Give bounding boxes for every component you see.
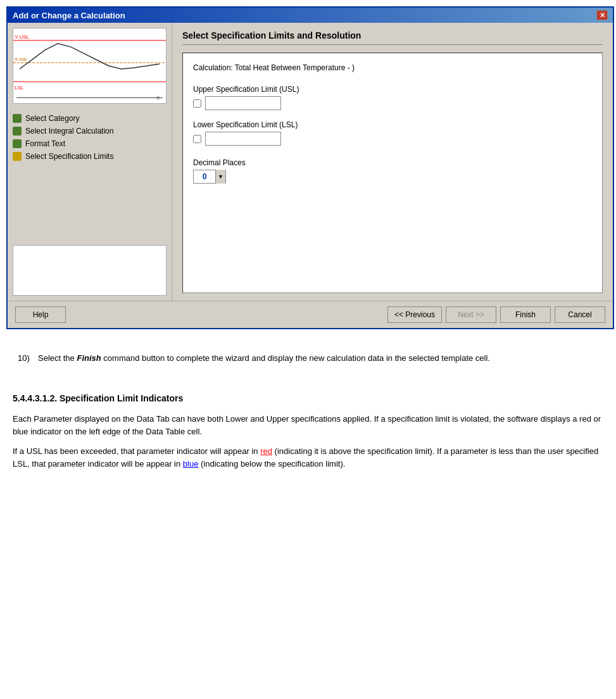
help-button[interactable]: Help [15, 306, 66, 323]
lsl-checkbox[interactable] [193, 135, 201, 143]
dialog-body: Y USL X-bar LSL X [8, 23, 613, 301]
content-area: Calculation: Total Heat Between Temperat… [182, 53, 603, 293]
chart-preview: Y USL X-bar LSL X [13, 28, 167, 104]
svg-text:Y USL: Y USL [15, 34, 30, 40]
left-panel: Y USL X-bar LSL X [8, 23, 172, 301]
wizard-steps: Select Category Select Integral Calculat… [8, 109, 172, 240]
para2-blue: blue [183, 459, 199, 469]
step-label: Format Text [25, 139, 65, 148]
para2-red: red [260, 446, 272, 456]
add-change-calculation-dialog: Add or Change a Calculation ✕ Y USL X-ba… [6, 6, 614, 329]
step-dot-green [13, 127, 22, 135]
doc-para-2: If a USL has been exceeded, that paramet… [13, 445, 603, 470]
step-format-text: Format Text [13, 139, 167, 148]
svg-text:X-bar: X-bar [15, 56, 27, 62]
next-button[interactable]: Next >> [446, 306, 496, 323]
panel-title: Select Specification Limits and Resoluti… [182, 30, 603, 45]
para2-pre: If a USL has been exceeded, that paramet… [13, 446, 260, 456]
lsl-row: Lower Specification Limit (LSL) [193, 120, 592, 146]
step-label: Select Specification Limits [25, 152, 113, 161]
usl-input-row [193, 96, 592, 110]
dialog-footer: Help << Previous Next >> Finish Cancel [8, 301, 613, 328]
right-panel: Select Specification Limits and Resoluti… [172, 23, 613, 301]
section-heading: 5.4.4.3.1.2. Specification Limit Indicat… [13, 392, 603, 405]
para2-post: (indicating below the specification limi… [198, 459, 345, 469]
dialog-titlebar: Add or Change a Calculation ✕ [8, 8, 613, 23]
cancel-button[interactable]: Cancel [555, 306, 605, 323]
finish-reference: Finish [77, 353, 101, 363]
decimal-label: Decimal Places [193, 158, 592, 167]
usl-row: Upper Specification Limit (USL) [193, 85, 592, 110]
svg-text:LSL: LSL [15, 85, 24, 91]
decimal-spinner: 0 ▼ [193, 170, 226, 184]
close-button[interactable]: ✕ [596, 10, 608, 20]
step-select-integral: Select Integral Calculation [13, 127, 167, 135]
finish-button[interactable]: Finish [500, 306, 551, 323]
step-number: 10) [18, 352, 38, 365]
svg-text:X: X [156, 95, 160, 101]
lsl-input-row [193, 132, 592, 146]
step-10-paragraph: 10)Select the Finish command button to c… [13, 352, 603, 365]
previous-button[interactable]: << Previous [387, 306, 442, 323]
step-dot-yellow [13, 152, 22, 161]
doc-content: 10)Select the Finish command button to c… [0, 342, 616, 488]
step-label: Select Integral Calculation [25, 127, 113, 135]
usl-input[interactable] [205, 96, 281, 110]
step-dot-green [13, 139, 22, 148]
lsl-input[interactable] [205, 132, 281, 146]
calc-label: Calculation: Total Heat Between Temperat… [193, 63, 592, 72]
doc-para-1: Each Parameter displayed on the Data Tab… [13, 413, 603, 438]
step-label: Select Category [25, 114, 79, 123]
decimal-arrow-button[interactable]: ▼ [215, 170, 225, 184]
step-select-spec-limits: Select Specification Limits [13, 152, 167, 161]
usl-checkbox[interactable] [193, 99, 201, 108]
decimal-value: 0 [194, 172, 215, 181]
step-dot-green [13, 114, 22, 123]
usl-label: Upper Specification Limit (USL) [193, 85, 592, 94]
decimal-section: Decimal Places 0 ▼ [193, 158, 592, 184]
step-select-category: Select Category [13, 114, 167, 123]
dialog-title: Add or Change a Calculation [13, 11, 125, 20]
step10-text2: command button to complete the wizard an… [101, 353, 490, 363]
lsl-label: Lower Specification Limit (LSL) [193, 120, 592, 129]
left-bottom-area [13, 245, 167, 296]
